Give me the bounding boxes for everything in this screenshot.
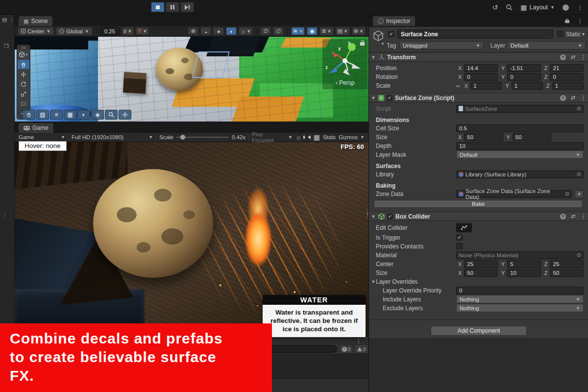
console-error-filter[interactable]: !0: [339, 344, 353, 354]
grid-snap-size-field[interactable]: 0.25: [100, 27, 120, 35]
static-dropdown-icon[interactable]: ▼: [581, 32, 586, 37]
provides-contacts-checkbox[interactable]: [456, 243, 463, 249]
kebab-menu-icon[interactable]: ⋮: [577, 4, 583, 11]
display-dropdown[interactable]: Game▼: [19, 134, 65, 140]
pause-button[interactable]: [166, 2, 179, 12]
debug-modes-dropdown[interactable]: ☼▼: [239, 27, 253, 35]
increment-snap-toggle[interactable]: ⠿▼: [136, 27, 149, 35]
active-checkbox[interactable]: ✓: [388, 31, 394, 37]
kebab-menu-icon[interactable]: ⋮: [580, 94, 587, 101]
hand-tool[interactable]: [18, 60, 29, 69]
shading-wireframe-button[interactable]: ⊕: [188, 27, 198, 35]
frame-debugger-icon[interactable]: ☼: [295, 133, 302, 141]
rotation-y-field[interactable]: 0: [507, 73, 541, 81]
foldout-icon[interactable]: ▼: [371, 55, 376, 60]
foldout-icon[interactable]: ▼: [371, 96, 376, 100]
scale-x-field[interactable]: 1: [470, 82, 502, 90]
scale-tool[interactable]: [18, 89, 29, 98]
splitter-kebab-icon[interactable]: ⋮⋮: [365, 211, 370, 217]
presets-icon[interactable]: ⇄: [571, 213, 575, 220]
collider-size-z-field[interactable]: 50: [550, 269, 584, 277]
surface-zone-header[interactable]: ▼ # ✓ Surface Zone (Script) ? ⇄ ⋮: [369, 93, 588, 102]
position-y-field[interactable]: -1.51: [507, 64, 541, 72]
scene-viewport[interactable]: ≡≡ ▼ ▨ ≡ ▦ ◐ ◈: [15, 37, 368, 122]
step-button[interactable]: [180, 2, 194, 12]
enabled-checkbox[interactable]: ✓: [387, 95, 392, 101]
orientation-gizmo[interactable]: x y z ‹ Persp: [322, 39, 368, 89]
object-picker-icon[interactable]: ⊙: [577, 105, 581, 112]
add-zone-data-button[interactable]: +: [575, 190, 584, 198]
center-z-field[interactable]: 25: [550, 260, 584, 268]
lighting-toggle[interactable]: ∅: [260, 27, 271, 35]
gizmo-projection-label[interactable]: ‹ Persp: [322, 79, 368, 86]
scale-z-field[interactable]: 1: [552, 82, 584, 90]
console-warning-filter[interactable]: 0: [354, 344, 368, 354]
dock-tab-icon[interactable]: ▤: [2, 17, 7, 23]
effects-toggle[interactable]: ≋▼: [291, 27, 305, 35]
grid-snap-toggle[interactable]: #▼: [122, 27, 134, 35]
is-trigger-checkbox[interactable]: ✓: [456, 234, 463, 241]
flatten-tool[interactable]: ▨: [36, 110, 49, 120]
move-tool[interactable]: [18, 70, 29, 79]
help-icon[interactable]: ?: [560, 214, 566, 220]
tab-inspector[interactable]: i Inspector: [373, 16, 415, 26]
presets-icon[interactable]: ⇄: [571, 54, 575, 60]
scene-visibility-toggle[interactable]: ◉: [307, 27, 318, 35]
layer-mask-dropdown[interactable]: Default▼: [456, 150, 584, 159]
position-z-field[interactable]: 21: [550, 64, 584, 72]
edit-collider-button[interactable]: [456, 223, 472, 232]
pivot-mode-dropdown[interactable]: Center▼: [18, 27, 54, 35]
settings-sliders-tool[interactable]: ≡: [50, 110, 63, 120]
transform-header[interactable]: ▼ Transform ? ⇄ ⋮: [369, 52, 588, 62]
dock-kebab-icon[interactable]: ⋮: [9, 17, 14, 23]
depth-field[interactable]: 10: [456, 142, 584, 150]
scale-slider-knob[interactable]: [180, 135, 185, 140]
collider-size-x-field[interactable]: 50: [464, 269, 498, 277]
collider-size-y-field[interactable]: 10: [507, 269, 541, 277]
tab-scene[interactable]: ▦ Scene: [19, 16, 52, 26]
undo-history-icon[interactable]: ↺: [492, 3, 498, 11]
center-y-field[interactable]: 5: [507, 260, 541, 268]
mute-audio-icon[interactable]: [308, 135, 311, 139]
cell-size-field[interactable]: 0.5: [456, 124, 584, 132]
scale-y-field[interactable]: 1: [512, 82, 543, 90]
center-x-field[interactable]: 25: [464, 260, 498, 268]
presets-icon[interactable]: ⇄: [571, 95, 575, 101]
move-surface-tool[interactable]: [119, 110, 131, 120]
library-object-field[interactable]: Library (Surface Library) ⊙: [456, 171, 584, 178]
layers-dropdown[interactable]: ≣▼: [319, 27, 333, 35]
gizmos-dropdown[interactable]: ⊕▼: [352, 27, 366, 35]
layer-dropdown[interactable]: Default▼: [507, 41, 586, 49]
tab-game[interactable]: Game: [19, 123, 53, 133]
enabled-checkbox[interactable]: ✓: [387, 214, 393, 220]
scale-slider[interactable]: [176, 137, 229, 138]
material-object-field[interactable]: None (Physics Material) ⊙: [456, 251, 584, 259]
box-collider-header[interactable]: ▼ ✓ Box Collider ? ⇄ ⋮: [369, 212, 588, 221]
position-x-field[interactable]: 14.4: [464, 64, 498, 72]
play-focused-dropdown[interactable]: Play Focused▼: [252, 131, 293, 143]
zone-data-object-field[interactable]: Surface Zone Data (Surface Zone Data) ⊙: [456, 190, 572, 198]
help-icon[interactable]: ?: [560, 95, 566, 101]
zoom-tool[interactable]: [105, 110, 118, 120]
sphere-brush-tool[interactable]: ◐: [77, 110, 90, 120]
audio-toggle[interactable]: ∅: [273, 27, 284, 35]
shading-shadedwire-button[interactable]: ◒: [200, 27, 211, 35]
rotation-z-field[interactable]: 0: [550, 73, 584, 81]
pan-surface-tool[interactable]: [23, 110, 35, 120]
tag-dropdown[interactable]: Untagged▼: [399, 41, 484, 49]
decal-stamp-tool[interactable]: ◈: [91, 110, 104, 120]
gizmo-lock-icon[interactable]: [360, 42, 365, 46]
rotate-tool[interactable]: [18, 79, 29, 89]
object-picker-icon[interactable]: ⊙: [565, 191, 569, 197]
search-icon[interactable]: [506, 4, 513, 11]
script-object-field[interactable]: SurfaceZone ⊙: [456, 105, 584, 113]
layout-dropdown[interactable]: ▦ Layout ▼: [520, 3, 555, 11]
exclude-layers-dropdown[interactable]: Nothing▼: [456, 304, 584, 312]
orientation-mode-dropdown[interactable]: Global▼: [56, 27, 92, 35]
gizmo-z-label[interactable]: z: [325, 65, 328, 70]
kebab-menu-icon[interactable]: ⋮: [580, 213, 587, 220]
gizmo-x-label[interactable]: x: [338, 46, 341, 51]
object-picker-icon[interactable]: ⊙: [577, 252, 581, 258]
bake-button[interactable]: Bake: [374, 200, 583, 208]
gizmo-y-label[interactable]: y: [348, 40, 351, 46]
